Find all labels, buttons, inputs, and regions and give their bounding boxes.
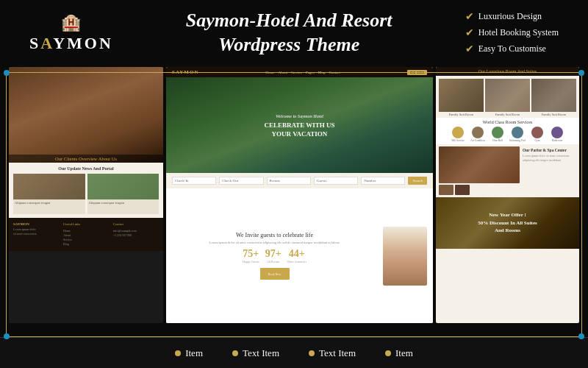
ss-spa-left <box>439 146 520 195</box>
nav-dot-4 <box>385 350 391 356</box>
ss-search-btn[interactable]: Search <box>408 177 427 185</box>
bottom-nav-item-4[interactable]: Item <box>385 347 413 359</box>
ss-rooms-field[interactable]: Rooms <box>267 177 311 185</box>
screenshot-left: Our Clients Overview About Us Our Update… <box>9 67 163 323</box>
ss-center-mid: We Invite guests to celebrate life Lorem… <box>166 188 433 323</box>
ss-service-1: Wifi Service <box>449 127 467 142</box>
ss-stat-3: 44+ Other Amenities <box>287 248 306 263</box>
ss-service-label-4: Swimming Pool <box>509 139 526 142</box>
ss-spa-thumbs <box>439 185 520 195</box>
ss-booking-bar: Check-In Check-Out Rooms Guests Number S… <box>166 173 433 188</box>
ss-stats: 75+ Happy Guests 97+ All Rooms 44+ Other… <box>172 248 377 263</box>
ss-room-img-1 <box>439 79 484 112</box>
nav-label-2: Text Item <box>243 347 279 359</box>
ss-service-4: Swimming Pool <box>509 127 527 142</box>
feature-item-3: ✔ Easy To Customise <box>465 43 559 55</box>
title-line1: Saymon-Hotel And Resort <box>186 10 392 31</box>
ss-service-icon-5 <box>531 127 543 138</box>
ss-spa-thumb-1 <box>439 185 453 195</box>
ss-nav-btn: 000-0000 <box>407 70 427 75</box>
ss-rooms-header: Our Luxurious Room And Suites <box>436 67 579 76</box>
nav-link-pages: Pages <box>306 71 315 74</box>
ss-checkout-field[interactable]: Check-Out <box>219 177 263 185</box>
check-icon-2: ✔ <box>465 26 474 39</box>
ss-hero-overlay: Welcome to Saymon Hotel CELEBRATE WITH U… <box>166 77 433 173</box>
ss-stat-num-3: 44+ <box>287 248 306 260</box>
ss-stat-1: 75+ Happy Guests <box>243 248 259 263</box>
corner-dot-br <box>578 333 584 339</box>
ss-invite-text: Lorem ipsum dolor sit amet consectetur a… <box>172 241 377 244</box>
logo-text: SAYMON <box>29 34 113 53</box>
ss-service-label-1: Wifi Service <box>451 139 465 142</box>
ss-stat-label-2: All Rooms <box>265 260 282 263</box>
ss-service-icon-2 <box>472 127 484 138</box>
ss-spa-title: Our Parlor & Spa Center <box>523 148 575 152</box>
ss-nav-links: Home About Service Pages Blog Contact <box>265 71 340 74</box>
ss-stat-num-1: 75+ <box>243 248 259 260</box>
bottom-nav-item-1[interactable]: Item <box>175 347 203 359</box>
ss-room-img-3 <box>531 79 576 112</box>
ss-service-2: Air Condition <box>469 127 487 142</box>
ss-left-mid: Our Update News And Portal Aliquam conse… <box>9 163 163 218</box>
ss-room-label-1: Family Suit Room <box>439 113 484 116</box>
ss-stat-label-3: Other Amenities <box>287 260 306 263</box>
screenshot-center: SAYMON Home About Service Pages Blog Con… <box>166 67 433 323</box>
ss-service-icon-3 <box>492 127 503 138</box>
ss-services-section: World Class Room Services Wifi Service A… <box>436 118 579 144</box>
corner-dot-bl <box>4 333 10 339</box>
nav-label-3: Text Item <box>319 347 356 359</box>
ss-footer-contact: info@example.com+1 234 567 890 <box>113 229 159 238</box>
ss-book-btn[interactable]: Book Now <box>260 268 290 280</box>
nav-link-about: About <box>279 71 288 74</box>
ss-room-item-3: Family Suit Room <box>531 79 576 116</box>
ss-service-3: Dine Hall <box>489 127 507 142</box>
ss-hero-text: Welcome to Saymon Hotel CELEBRATE WITH U… <box>264 111 334 139</box>
ss-news-img-1 <box>13 174 85 199</box>
ss-room-label-3: Family Suit Room <box>531 113 576 116</box>
features-area: ✔ Luxurious Design ✔ Hotel Booking Syste… <box>465 10 559 55</box>
ss-spa-image <box>9 67 163 163</box>
ss-news-title: Our Update News And Portal <box>13 166 159 171</box>
nav-label-1: Item <box>185 347 203 359</box>
ss-guests-field[interactable]: Guests <box>314 177 358 185</box>
ss-spa-section: Our Parlor & Spa Center Lorem ipsum dolo… <box>436 144 579 197</box>
ss-spa-right: Our Parlor & Spa Center Lorem ipsum dolo… <box>521 146 576 195</box>
nav-dot-2 <box>232 350 238 356</box>
ss-center-nav: SAYMON Home About Service Pages Blog Con… <box>166 67 433 77</box>
ss-services-row: Wifi Service Air Condition Dine Hall Swi… <box>439 127 576 142</box>
screenshots-area: Our Clients Overview About Us Our Update… <box>0 63 588 326</box>
ss-offer-text: New Year Offer ! 50% Discount In All Sui… <box>478 211 537 235</box>
ss-number-field[interactable]: Number <box>361 177 405 185</box>
logo-icon: 🏨 <box>61 13 81 32</box>
check-icon-3: ✔ <box>465 43 474 55</box>
ss-left-hero: Our Clients Overview About Us <box>9 67 163 163</box>
bottom-nav: Item Text Item Text Item Item <box>0 337 588 368</box>
feature-label-3: Easy To Customise <box>478 43 546 54</box>
main-title: Saymon-Hotel And Resort Wordpress Theme <box>113 9 465 57</box>
ss-clients-title: Our Clients Overview About Us <box>9 155 163 163</box>
nav-link-contact: Contact <box>329 71 340 74</box>
ss-service-icon-1 <box>452 127 464 138</box>
title-area: Saymon-Hotel And Resort Wordpress Theme <box>113 9 465 57</box>
nav-dot-3 <box>309 350 315 356</box>
ss-rooms-grid: Family Suit Room Family Suit Room Family… <box>436 76 579 118</box>
bottom-nav-item-2[interactable]: Text Item <box>232 347 279 359</box>
logo-area: 🏨 SAYMON <box>29 13 113 53</box>
ss-services-title: World Class Room Services <box>439 120 576 124</box>
ss-invite-content: We Invite guests to celebrate life Lorem… <box>172 232 377 280</box>
feature-label-2: Hotel Booking System <box>478 27 559 38</box>
bottom-nav-item-3[interactable]: Text Item <box>309 347 356 359</box>
nav-link-blog: Blog <box>318 71 326 74</box>
check-icon-1: ✔ <box>465 10 474 23</box>
ss-offer-overlay: New Year Offer ! 50% Discount In All Sui… <box>436 197 579 249</box>
ss-footer-col-3: Contact info@example.com+1 234 567 890 <box>113 222 159 247</box>
nav-label-4: Item <box>395 347 413 359</box>
ss-news-img-2 <box>87 174 159 199</box>
ss-stat-label-1: Happy Guests <box>243 260 259 263</box>
ss-news-text-2: Aliquam consequat feugiat <box>87 199 159 206</box>
ss-service-label-2: Air Condition <box>470 139 485 142</box>
ss-checkin-field[interactable]: Check-In <box>172 177 216 185</box>
feature-item-2: ✔ Hotel Booking System <box>465 26 559 39</box>
ss-nav-logo: SAYMON <box>172 69 198 75</box>
ss-footer-text-3: Contact <box>113 222 159 227</box>
